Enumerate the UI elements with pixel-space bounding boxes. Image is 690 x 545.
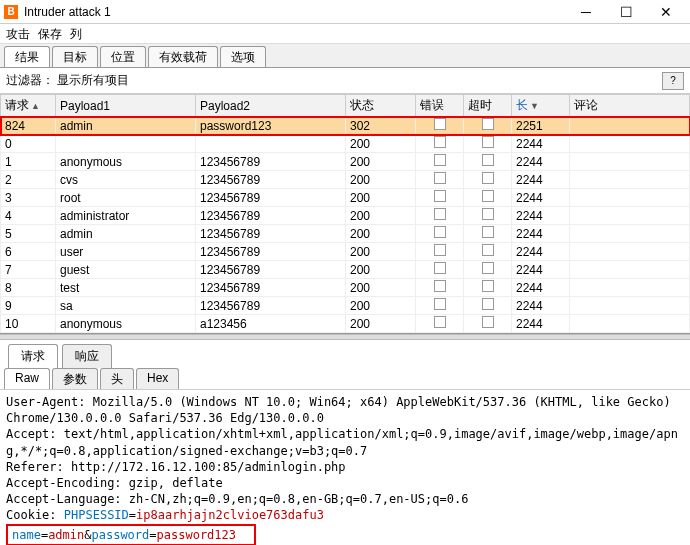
view-tabs: Raw 参数 头 Hex bbox=[0, 368, 690, 390]
filter-question-button[interactable]: ? bbox=[662, 72, 684, 90]
col-timeout[interactable]: 超时 bbox=[464, 95, 512, 117]
error-checkbox bbox=[434, 118, 446, 130]
table-row[interactable]: 824adminpassword1233022251 bbox=[1, 117, 690, 135]
col-status[interactable]: 状态 bbox=[346, 95, 416, 117]
timeout-checkbox bbox=[482, 136, 494, 148]
timeout-checkbox bbox=[482, 118, 494, 130]
error-checkbox bbox=[434, 136, 446, 148]
timeout-checkbox bbox=[482, 316, 494, 328]
tab-raw[interactable]: Raw bbox=[4, 368, 50, 389]
table-row[interactable]: 02002244 bbox=[1, 135, 690, 153]
menu-save[interactable]: 保存 bbox=[38, 26, 62, 41]
error-checkbox bbox=[434, 190, 446, 202]
tab-params[interactable]: 参数 bbox=[52, 368, 98, 389]
error-checkbox bbox=[434, 316, 446, 328]
timeout-checkbox bbox=[482, 190, 494, 202]
error-checkbox bbox=[434, 244, 446, 256]
table-row[interactable]: 1anonymous1234567892002244 bbox=[1, 153, 690, 171]
table-row[interactable]: 5admin1234567892002244 bbox=[1, 225, 690, 243]
timeout-checkbox bbox=[482, 154, 494, 166]
col-payload1[interactable]: Payload1 bbox=[56, 95, 196, 117]
menu-columns[interactable]: 列 bbox=[70, 26, 82, 41]
window-title: Intruder attack 1 bbox=[24, 5, 566, 19]
app-icon: B bbox=[4, 5, 18, 19]
error-checkbox bbox=[434, 154, 446, 166]
error-checkbox bbox=[434, 262, 446, 274]
timeout-checkbox bbox=[482, 298, 494, 310]
tab-request[interactable]: 请求 bbox=[8, 344, 58, 368]
col-request[interactable]: 请求▲ bbox=[1, 95, 56, 117]
error-checkbox bbox=[434, 208, 446, 220]
timeout-checkbox bbox=[482, 226, 494, 238]
error-checkbox bbox=[434, 226, 446, 238]
table-row[interactable]: 6user1234567892002244 bbox=[1, 243, 690, 261]
error-checkbox bbox=[434, 280, 446, 292]
sort-icon: ▲ bbox=[31, 101, 40, 111]
results-table-wrap: 请求▲ Payload1 Payload2 状态 错误 超时 长▼ 评论 824… bbox=[0, 94, 690, 334]
close-button[interactable]: ✕ bbox=[646, 0, 686, 24]
col-payload2[interactable]: Payload2 bbox=[196, 95, 346, 117]
request-response-tabs: 请求 响应 bbox=[0, 340, 690, 368]
table-row[interactable]: 2cvs1234567892002244 bbox=[1, 171, 690, 189]
tab-payloads[interactable]: 有效载荷 bbox=[148, 46, 218, 67]
col-comment[interactable]: 评论 bbox=[570, 95, 690, 117]
timeout-checkbox bbox=[482, 172, 494, 184]
tab-options[interactable]: 选项 bbox=[220, 46, 266, 67]
table-row[interactable]: 8test1234567892002244 bbox=[1, 279, 690, 297]
tab-positions[interactable]: 位置 bbox=[100, 46, 146, 67]
raw-request-viewer[interactable]: User-Agent: Mozilla/5.0 (Windows NT 10.0… bbox=[0, 390, 690, 522]
table-row[interactable]: 10anonymousa1234562002244 bbox=[1, 315, 690, 333]
minimize-button[interactable]: ─ bbox=[566, 0, 606, 24]
tab-results[interactable]: 结果 bbox=[4, 46, 50, 67]
maximize-button[interactable]: ☐ bbox=[606, 0, 646, 24]
tab-target[interactable]: 目标 bbox=[52, 46, 98, 67]
sort-desc-icon: ▼ bbox=[530, 101, 539, 111]
error-checkbox bbox=[434, 298, 446, 310]
error-checkbox bbox=[434, 172, 446, 184]
col-length[interactable]: 长▼ bbox=[512, 95, 570, 117]
results-table: 请求▲ Payload1 Payload2 状态 错误 超时 长▼ 评论 824… bbox=[0, 94, 690, 333]
timeout-checkbox bbox=[482, 280, 494, 292]
filter-bar: 过滤器： 显示所有项目 ? bbox=[0, 68, 690, 94]
col-error[interactable]: 错误 bbox=[416, 95, 464, 117]
titlebar: B Intruder attack 1 ─ ☐ ✕ bbox=[0, 0, 690, 24]
tab-headers[interactable]: 头 bbox=[100, 368, 134, 389]
timeout-checkbox bbox=[482, 208, 494, 220]
timeout-checkbox bbox=[482, 262, 494, 274]
request-body-highlight: name=admin&password=password123 bbox=[6, 524, 256, 545]
timeout-checkbox bbox=[482, 244, 494, 256]
tab-hex[interactable]: Hex bbox=[136, 368, 179, 389]
filter-label: 过滤器： 显示所有项目 bbox=[6, 72, 129, 89]
menu-attack[interactable]: 攻击 bbox=[6, 26, 30, 41]
table-row[interactable]: 3root1234567892002244 bbox=[1, 189, 690, 207]
main-tabs: 结果 目标 位置 有效载荷 选项 bbox=[0, 44, 690, 68]
menubar: 攻击 保存 列 bbox=[0, 24, 690, 44]
table-row[interactable]: 9sa1234567892002244 bbox=[1, 297, 690, 315]
tab-response[interactable]: 响应 bbox=[62, 344, 112, 368]
table-row[interactable]: 4administrator1234567892002244 bbox=[1, 207, 690, 225]
table-row[interactable]: 7guest1234567892002244 bbox=[1, 261, 690, 279]
